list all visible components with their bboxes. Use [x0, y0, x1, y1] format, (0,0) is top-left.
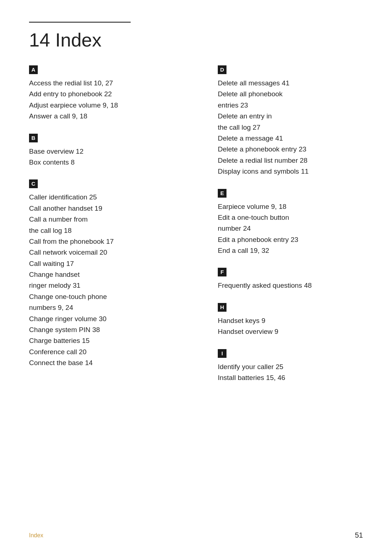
index-entry: Delete a phonebook entry 23 [218, 144, 363, 155]
index-entry: the call log 18 [29, 225, 196, 236]
index-section-i: IIdentify your caller 25Install batterie… [218, 349, 363, 384]
index-entry: Connect the base 14 [29, 357, 196, 368]
index-entry: Handset keys 9 [218, 315, 363, 326]
index-entry: Identify your caller 25 [218, 361, 363, 372]
section-entries: Earpiece volume 9, 18Edit a one-touch bu… [218, 201, 363, 256]
right-column: DDelete all messages 41Delete all phoneb… [211, 65, 363, 395]
top-rule [29, 22, 131, 23]
index-entry: Delete an entry in [218, 111, 363, 122]
index-entry: Call waiting 17 [29, 258, 196, 269]
index-section-b: BBase overview 12Box contents 8 [29, 134, 196, 168]
index-columns: AAccess the redial list 10, 27Add entry … [29, 65, 363, 395]
index-section-f: FFrequently asked questions 48 [218, 268, 363, 291]
index-section-a: AAccess the redial list 10, 27Add entry … [29, 65, 196, 122]
index-entry: Earpiece volume 9, 18 [218, 201, 363, 212]
section-entries: Access the redial list 10, 27Add entry t… [29, 78, 196, 122]
section-entries: Caller identification 25Call another han… [29, 192, 196, 368]
section-letter-b: B [29, 134, 38, 142]
index-section-c: CCaller identification 25Call another ha… [29, 179, 196, 368]
page-title: 14 Index [29, 29, 363, 51]
index-entry: Box contents 8 [29, 157, 196, 168]
section-letter-i: I [218, 349, 226, 358]
index-entry: number 24 [218, 223, 363, 234]
section-entries: Handset keys 9Handset overview 9 [218, 315, 363, 337]
footer-page-number: 51 [355, 531, 363, 539]
section-letter-h: H [218, 303, 226, 312]
section-letter-e: E [218, 189, 226, 198]
section-entries: Identify your caller 25Install batteries… [218, 361, 363, 384]
index-entry: Change one-touch phone [29, 291, 196, 302]
index-entry: Handset overview 9 [218, 326, 363, 337]
index-entry: Delete a redial list number 28 [218, 155, 363, 166]
index-entry: entries 23 [218, 100, 363, 111]
index-entry: Access the redial list 10, 27 [29, 78, 196, 89]
index-entry: Frequently asked questions 48 [218, 280, 363, 291]
section-letter-c: C [29, 179, 38, 188]
index-entry: Install batteries 15, 46 [218, 372, 363, 383]
index-section-e: EEarpiece volume 9, 18Edit a one-touch b… [218, 189, 363, 256]
section-entries: Frequently asked questions 48 [218, 280, 363, 291]
page-footer: Index 51 [29, 531, 363, 539]
index-entry: the call log 27 [218, 122, 363, 133]
index-entry: Delete all phonebook [218, 89, 363, 100]
left-column: AAccess the redial list 10, 27Add entry … [29, 65, 211, 395]
section-letter-d: D [218, 65, 226, 74]
index-entry: Display icons and symbols 11 [218, 166, 363, 177]
section-entries: Delete all messages 41Delete all phonebo… [218, 78, 363, 177]
index-entry: ringer melody 31 [29, 280, 196, 291]
index-entry: Call from the phonebook 17 [29, 236, 196, 247]
index-entry: Call a number from [29, 214, 196, 225]
index-entry: End a call 19, 32 [218, 245, 363, 256]
index-entry: Conference call 20 [29, 347, 196, 357]
index-entry: Change ringer volume 30 [29, 314, 196, 324]
index-entry: Caller identification 25 [29, 192, 196, 203]
section-letter-f: F [218, 268, 226, 276]
index-entry: numbers 9, 24 [29, 302, 196, 313]
index-entry: Adjust earpiece volume 9, 18 [29, 100, 196, 111]
index-entry: Delete a message 41 [218, 133, 363, 144]
index-section-d: DDelete all messages 41Delete all phoneb… [218, 65, 363, 177]
section-entries: Base overview 12Box contents 8 [29, 146, 196, 168]
index-entry: Add entry to phonebook 22 [29, 89, 196, 100]
footer-label: Index [29, 532, 43, 539]
index-entry: Edit a one-touch button [218, 212, 363, 223]
index-entry: Call another handset 19 [29, 203, 196, 214]
index-entry: Call network voicemail 20 [29, 247, 196, 258]
index-entry: Change handset [29, 269, 196, 280]
index-entry: Edit a phonebook entry 23 [218, 234, 363, 245]
index-entry: Delete all messages 41 [218, 78, 363, 89]
index-entry: Base overview 12 [29, 146, 196, 157]
index-entry: Change system PIN 38 [29, 324, 196, 335]
section-letter-a: A [29, 65, 38, 74]
index-entry: Charge batteries 15 [29, 335, 196, 346]
index-section-h: HHandset keys 9Handset overview 9 [218, 303, 363, 337]
index-entry: Answer a call 9, 18 [29, 111, 196, 122]
